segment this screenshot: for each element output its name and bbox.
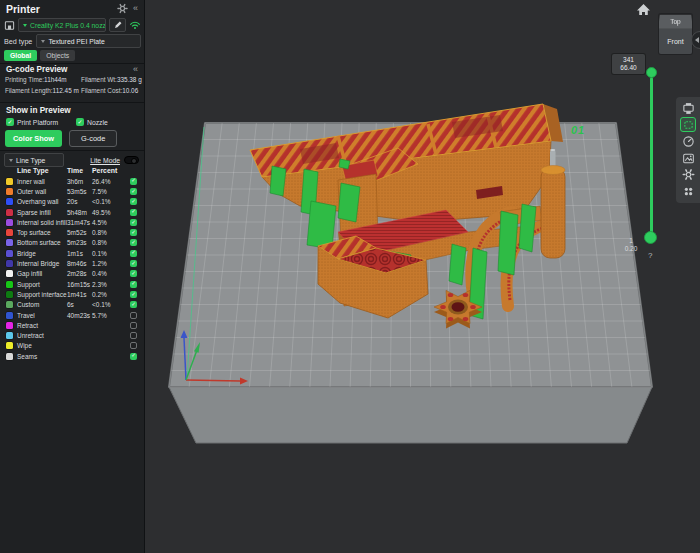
header-time: Time [67, 167, 92, 174]
layer-slider-top-handle[interactable] [646, 67, 657, 78]
printer-status-icon[interactable] [680, 101, 696, 116]
line-type-visibility-checkbox[interactable]: ✓ [130, 260, 137, 267]
line-color-swatch [6, 198, 13, 205]
view-cube-top-face[interactable]: Top [659, 15, 692, 29]
collapse-section-icon[interactable]: « [133, 65, 138, 74]
line-type-row: Wipe [0, 341, 144, 351]
stat-label: Filament Wt: [81, 76, 117, 83]
collapse-panel-icon[interactable]: « [133, 4, 138, 13]
chevron-down-icon [23, 24, 27, 27]
line-type-percent: 7.5% [92, 188, 122, 195]
tab-global[interactable]: Global [4, 50, 37, 61]
bottom-layer-number: 1 [618, 237, 644, 245]
gauge-icon[interactable] [680, 134, 696, 149]
bed-type-select[interactable]: Textured PEI Plate [36, 34, 141, 48]
home-view-button[interactable] [636, 2, 652, 16]
checkbox-checked-icon[interactable]: ✓ [6, 118, 14, 126]
line-type-visibility-checkbox[interactable]: ✓ [130, 291, 137, 298]
line-type-row: Custom6s<0.1%✓ [0, 300, 144, 310]
line-type-row: Outer wall53m5s7.5%✓ [0, 186, 144, 196]
line-type-row: Support16m15s2.3%✓ [0, 279, 144, 289]
edit-printer-button[interactable] [109, 18, 126, 32]
checkbox-checked-icon[interactable]: ✓ [76, 118, 84, 126]
line-type-visibility-checkbox[interactable] [130, 332, 137, 339]
stat-value: 10.06 [122, 87, 138, 94]
bed-type-label: Bed type [4, 37, 32, 46]
line-type-visibility-checkbox[interactable]: ✓ [130, 353, 137, 360]
layer-slider-tooltip: 341 66.40 [612, 54, 645, 74]
print-platform-checkbox-row[interactable]: ✓ Print Platform [6, 118, 76, 126]
view-cube-front-face[interactable]: Front [659, 29, 692, 54]
line-type-visibility-checkbox[interactable]: ✓ [130, 301, 137, 308]
bottom-layer-height: 0.20 [618, 245, 644, 253]
tab-objects[interactable]: Objects [40, 50, 75, 61]
wifi-icon[interactable] [129, 20, 141, 30]
line-type-percent: 4.5% [92, 219, 122, 226]
line-type-visibility-checkbox[interactable]: ✓ [130, 281, 137, 288]
layer-slider-bottom-handle[interactable] [644, 231, 657, 244]
render-image-icon[interactable] [680, 151, 696, 166]
line-type-visibility-checkbox[interactable]: ✓ [130, 219, 137, 226]
line-type-visibility-checkbox[interactable]: ✓ [130, 198, 137, 205]
line-type-row: Inner wall3h6m26.4%✓ [0, 176, 144, 186]
line-type-time: 16m15s [67, 281, 92, 288]
line-color-swatch [6, 342, 13, 349]
layer-height: 66.40 [612, 64, 645, 72]
panel-title: Printer [6, 3, 112, 15]
line-color-swatch [6, 322, 13, 329]
line-type-visibility-checkbox[interactable]: ✓ [130, 188, 137, 195]
line-type-row: Bottom surface5m23s0.8%✓ [0, 238, 144, 248]
line-type-percent: 0.8% [92, 239, 122, 246]
line-type-visibility-checkbox[interactable]: ✓ [130, 239, 137, 246]
line-type-visibility-checkbox[interactable]: ✓ [130, 229, 137, 236]
lite-mode-label: Lite Mode [90, 157, 120, 164]
color-show-button[interactable]: Color Show [5, 130, 62, 147]
line-type-visibility-checkbox[interactable] [130, 312, 137, 319]
printer-select[interactable]: Creality K2 Plus 0.4 nozzle [18, 18, 106, 32]
line-color-swatch [6, 260, 13, 267]
stat-label: Printing Time: [5, 76, 44, 83]
stat-value: 335.38 g [117, 76, 142, 83]
line-type-select[interactable]: Line Type [4, 153, 64, 167]
line-type-row: Gap infill2m28s0.4%✓ [0, 269, 144, 279]
slider-help-icon[interactable]: ? [648, 251, 652, 260]
line-type-visibility-checkbox[interactable]: ✓ [130, 250, 137, 257]
line-color-swatch [6, 229, 13, 236]
line-type-label: Outer wall [17, 188, 67, 195]
line-color-swatch [6, 219, 13, 226]
layer-slider-track[interactable] [650, 77, 653, 233]
settings-gear-icon[interactable] [680, 167, 696, 182]
line-color-swatch [6, 301, 13, 308]
gcode-button[interactable]: G-code [69, 130, 117, 147]
line-type-label: Retract [17, 322, 67, 329]
line-type-time: 8m46s [67, 260, 92, 267]
printer-settings-gear-icon[interactable] [117, 3, 128, 14]
line-type-percent: 0.8% [92, 229, 122, 236]
line-type-visibility-checkbox[interactable] [130, 322, 137, 329]
line-type-label: Support interface [17, 291, 67, 298]
line-type-table-header: Line Type Time Percent [6, 167, 138, 174]
line-type-row: Internal Bridge8m46s1.2%✓ [0, 258, 144, 268]
line-type-percent: 0.1% [92, 250, 122, 257]
line-type-percent: <0.1% [92, 198, 122, 205]
lite-mode-toggle[interactable] [124, 156, 139, 164]
settings-sidebar: Printer « Cr [0, 0, 145, 553]
chevron-down-icon [9, 159, 13, 162]
line-type-visibility-checkbox[interactable]: ✓ [130, 270, 137, 277]
line-type-visibility-checkbox[interactable]: ✓ [130, 209, 137, 216]
stat-label: Filament Length: [5, 87, 53, 94]
line-type-label: Gap infill [17, 270, 67, 277]
line-color-swatch [6, 312, 13, 319]
nozzle-checkbox-row[interactable]: ✓ Nozzle [76, 118, 108, 126]
line-type-label: Internal solid infill [17, 219, 67, 226]
line-type-visibility-checkbox[interactable] [130, 342, 137, 349]
apps-grid-icon[interactable] [680, 184, 696, 199]
line-type-visibility-checkbox[interactable]: ✓ [130, 178, 137, 185]
line-type-label: Travel [17, 312, 67, 319]
line-type-row: Travel40m23s5.7% [0, 310, 144, 320]
line-type-rows: Inner wall3h6m26.4%✓Outer wall53m5s7.5%✓… [0, 176, 144, 361]
print-stats: Printing Time:11h44m Filament Wt:335.38 … [5, 76, 142, 94]
view-cube[interactable]: Top Front [659, 14, 692, 54]
preview-mode-icon[interactable] [680, 117, 696, 132]
line-color-swatch [6, 291, 13, 298]
